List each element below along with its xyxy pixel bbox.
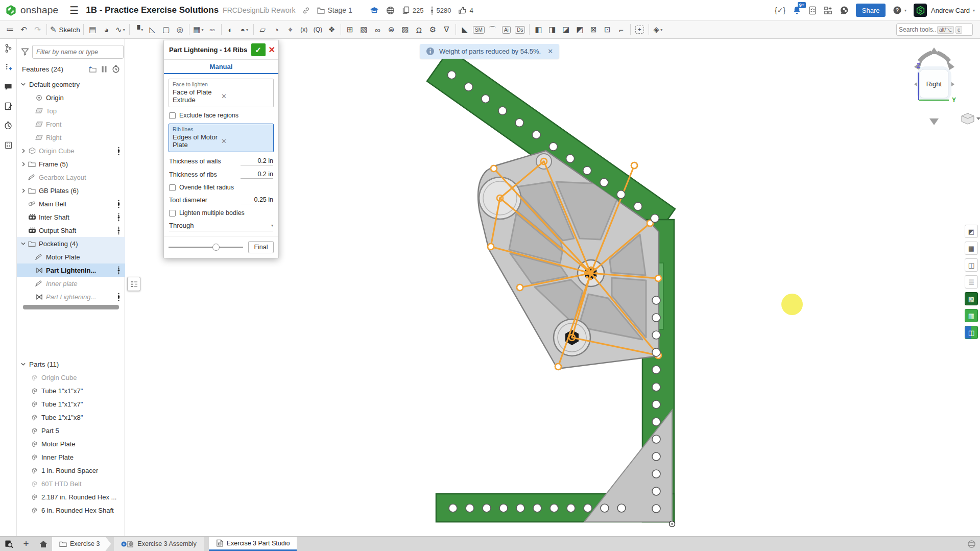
delete-face-icon[interactable]: ◪	[559, 23, 573, 37]
tool-diameter-input[interactable]: 0.25 in	[241, 196, 273, 204]
versions-icon[interactable]	[2, 42, 14, 54]
feature-options-handle-icon[interactable]	[117, 226, 120, 235]
modify-fillet-icon[interactable]: ⊡	[601, 23, 614, 37]
tab-exercise-3-assembly[interactable]: Exercise 3 Assembly	[114, 537, 203, 551]
chevron-down-icon[interactable]: ▾	[660, 28, 662, 32]
plane-icon[interactable]: ▱	[256, 23, 270, 37]
slider-thumb[interactable]	[212, 244, 220, 251]
suppress-pause-icon[interactable]	[102, 66, 107, 73]
add-folder-icon[interactable]	[87, 65, 97, 73]
shell-icon[interactable]: ▢	[159, 23, 173, 37]
derived-icon[interactable]: ❖	[325, 23, 339, 37]
copy-link-icon[interactable]	[302, 7, 310, 14]
search-tabs-icon[interactable]	[0, 537, 17, 551]
thickness-of-ribs-input[interactable]: 0.2 in	[241, 171, 273, 179]
hamburger-menu-icon[interactable]: ☰	[69, 4, 79, 16]
feature-options-handle-icon[interactable]	[117, 147, 120, 155]
tasks-icon[interactable]	[808, 6, 817, 15]
preview-slider[interactable]	[169, 244, 243, 251]
feature-row-frame-5[interactable]: Frame (5)	[17, 157, 125, 171]
tab-exercise-3[interactable]: Exercise 3	[52, 537, 111, 551]
feature-row-front[interactable]: Front	[17, 117, 125, 131]
view-cube-face[interactable]: Right	[919, 69, 949, 99]
insert-feature-icon[interactable]	[2, 61, 14, 74]
fillet-icon[interactable]: ▝▾	[132, 23, 146, 37]
dialog-cancel-button[interactable]: ✕	[269, 45, 275, 55]
part-row-60t-htd-belt[interactable]: 60T HTD Belt	[17, 477, 125, 490]
feature-row-part-lightenin[interactable]: Part Lightenin...	[17, 263, 125, 277]
part-row-tube-1-x1-x7[interactable]: Tube 1"x1"x7"	[17, 384, 125, 397]
part-row-2-187-in-rounded-hex[interactable]: 2.187 in. Rounded Hex ...	[17, 490, 125, 504]
clear-selection-icon[interactable]: ✕	[221, 137, 270, 145]
chevron-right-icon[interactable]	[19, 188, 27, 193]
boolean-icon[interactable]: ◐	[224, 23, 237, 37]
notification-close-icon[interactable]: ✕	[547, 47, 553, 55]
variables-icon[interactable]	[2, 139, 14, 151]
feature-row-default-geometry[interactable]: Default geometry	[17, 78, 125, 91]
feature-row-gearbox-layout[interactable]: Gearbox Layout	[17, 171, 125, 184]
material-split-icon[interactable]: ◫	[965, 326, 978, 339]
feature-row-origin[interactable]: Origin	[17, 91, 125, 104]
clear-selection-icon[interactable]: ✕	[221, 92, 270, 100]
lighten-multiple-bodies-checkbox[interactable]: Lighten multiple bodies	[169, 209, 273, 217]
final-button[interactable]: Final	[248, 241, 274, 253]
chevron-right-icon[interactable]	[19, 149, 27, 153]
split-icon[interactable]: ◓▾	[237, 23, 251, 37]
variable-icon[interactable]: (x)	[297, 23, 311, 37]
helix-icon[interactable]: ◔	[270, 23, 283, 37]
mirror-icon[interactable]: ▫▫	[205, 23, 219, 37]
sheet-metal-model-icon[interactable]: SM	[472, 23, 486, 37]
display-state-icon[interactable]: ▦	[965, 242, 978, 255]
search-tools-box[interactable]: alt/⌥ c	[896, 23, 973, 36]
revolve-icon[interactable]: ◕	[100, 23, 113, 37]
avatar[interactable]	[914, 4, 927, 17]
view-down-arrow-icon[interactable]	[929, 118, 939, 125]
feature-row-motor-plate[interactable]: Motor Plate	[17, 250, 125, 263]
face-to-lighten-field[interactable]: Face to lighten Face of Plate Extrude ✕	[169, 79, 274, 107]
feature-row-origin-cube[interactable]: Origin Cube	[17, 144, 125, 157]
chevron-down-icon[interactable]: ▾	[123, 28, 125, 32]
thicken-icon[interactable]: ◧	[532, 23, 545, 37]
ai-assistant-icon[interactable]: Ai	[499, 23, 513, 37]
history-icon[interactable]	[2, 119, 14, 132]
feature-options-handle-icon[interactable]	[117, 200, 120, 208]
bom-table-icon[interactable]: ☰	[965, 275, 978, 289]
new-tab-button[interactable]: +	[17, 537, 35, 551]
help-menu[interactable]: ? ▾	[893, 6, 906, 15]
linear-pattern-icon[interactable]: ▦▾	[192, 23, 205, 37]
end-condition-dropdown[interactable]: Through ▾	[169, 222, 273, 231]
edu-plan-icon[interactable]	[370, 6, 379, 14]
move-face-icon[interactable]: ◩	[573, 23, 587, 37]
public-document-icon[interactable]	[386, 6, 395, 15]
tab-manual[interactable]: Manual	[164, 60, 278, 74]
configuration-icon[interactable]: ◫	[965, 258, 978, 272]
feature-row-output-shaft[interactable]: Output Shaft	[17, 224, 125, 237]
frame-feature-icon[interactable]: ⊞	[343, 23, 357, 37]
part-row-origin-cube[interactable]: Origin Cube	[17, 371, 125, 384]
search-tools-input[interactable]	[899, 26, 936, 33]
custom-tables-icon[interactable]	[2, 100, 14, 112]
enclose-icon[interactable]: ◨	[545, 23, 559, 37]
tube-converter-icon[interactable]: Ω	[412, 23, 426, 37]
feature-row-pocketing-4[interactable]: Pocketing (4)	[17, 237, 125, 250]
part-row-inner-plate[interactable]: Inner Plate	[17, 450, 125, 464]
onshape-logo[interactable]: onshape	[5, 5, 58, 16]
feature-options-handle-icon[interactable]	[117, 266, 120, 275]
rollback-bar[interactable]	[23, 305, 119, 309]
feature-filter-input[interactable]	[32, 45, 124, 59]
flange-icon[interactable]: ⌒	[486, 23, 499, 37]
sweep-icon[interactable]: ∿▾	[113, 23, 127, 37]
chevron-down-icon[interactable]	[19, 83, 27, 86]
exclude-face-regions-checkbox[interactable]: Exclude face regions	[169, 112, 273, 119]
likes-count[interactable]: 4	[458, 6, 473, 14]
override-fillet-radius-checkbox[interactable]: Overide fillet radius	[169, 184, 273, 191]
part-row-tube-1-x1-x8[interactable]: Tube 1"x1"x8"	[17, 411, 125, 424]
part-row-tube-1-x1-x7[interactable]: Tube 1"x1"x7"	[17, 397, 125, 411]
appearance-panel-icon[interactable]: ◩	[965, 225, 978, 238]
chevron-right-icon[interactable]	[19, 162, 27, 166]
feature-row-part-lightening[interactable]: Part Lightening...	[17, 290, 125, 303]
length-count[interactable]: 5280	[431, 6, 451, 15]
view-settings-icon[interactable]: ◈▾	[651, 23, 665, 37]
document-title[interactable]: 1B - Practice Exercise Solutions	[86, 5, 219, 15]
view-cube-menu-icon[interactable]	[962, 113, 980, 124]
